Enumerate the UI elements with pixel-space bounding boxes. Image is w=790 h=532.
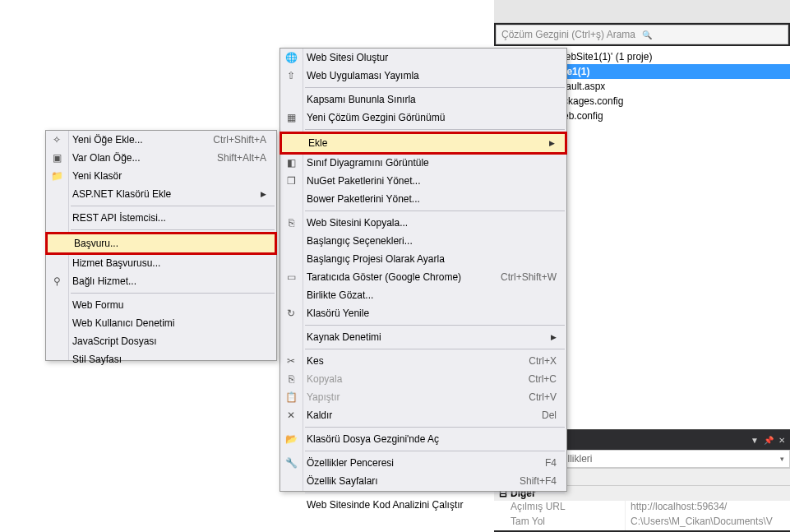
menu-item[interactable]: 🔧Özellikler PenceresiF4: [280, 454, 566, 472]
menu-item[interactable]: Başvuru...: [45, 232, 277, 255]
menu-item[interactable]: Web Kullanıcı Denetimi: [46, 314, 276, 332]
menu-separator: [71, 229, 275, 230]
wrench-icon: 🔧: [284, 456, 298, 470]
menu-item[interactable]: ⇧Web Uygulaması Yayımla: [280, 67, 566, 85]
blank-icon: [284, 498, 298, 511]
menu-separator: [305, 325, 565, 326]
refresh-icon: ↻: [284, 307, 298, 320]
menu-item-label: Kaldır: [307, 409, 522, 421]
menu-item-label: Kaynak Denetimi: [307, 331, 541, 343]
menu-item-shortcut: Shift+F4: [520, 475, 557, 487]
blank-icon: [50, 257, 63, 270]
menu-item[interactable]: Başlangıç Seçenekleri...: [280, 232, 566, 250]
blank-icon: [284, 331, 298, 344]
menu-item[interactable]: REST API İstemcisi...: [46, 209, 276, 227]
menu-separator: [305, 129, 565, 130]
new-item-icon: ✧: [50, 133, 63, 146]
menu-item-label: REST API İstemcisi...: [72, 212, 266, 224]
menu-item-label: Yeni Klasör: [72, 170, 266, 182]
solution-toolbar[interactable]: [494, 0, 790, 23]
menu-item[interactable]: JavaScript Dosyası: [46, 332, 276, 350]
search-icon[interactable]: [642, 29, 783, 40]
menu-item[interactable]: Ekle▶: [280, 132, 567, 155]
cut-icon: ✂: [284, 354, 298, 368]
menu-item[interactable]: Özellik SayfalarıShift+F4: [280, 472, 566, 490]
menu-item-label: Kopyala: [307, 373, 509, 385]
menu-item[interactable]: ▦Yeni Çözüm Gezgini Görünümü: [280, 109, 566, 127]
menu-item-shortcut: Ctrl+Shift+A: [213, 134, 266, 146]
menu-item-label: Web Sitesi Oluştur: [307, 52, 557, 63]
menu-separator: [305, 349, 565, 349]
menu-item[interactable]: Web Formu: [46, 296, 276, 314]
menu-item[interactable]: Birlikte Gözat...: [280, 286, 566, 304]
menu-item[interactable]: Kapsamı Bununla Sınırla: [280, 90, 566, 109]
menu-item-label: Kapsamı Bununla Sınırla: [307, 94, 557, 105]
menu-item[interactable]: ↻Klasörü Yenile: [280, 304, 566, 322]
close-icon[interactable]: ✕: [778, 436, 785, 445]
menu-separator: [305, 87, 565, 88]
menu-item-label: Yeni Öğe Ekle...: [72, 134, 193, 146]
menu-separator: [305, 451, 565, 451]
chevron-down-icon[interactable]: ▼: [751, 436, 759, 445]
menu-item[interactable]: ✂KesCtrl+X: [280, 352, 566, 370]
menu-item[interactable]: ▭Taratıcıda Göster (Google Chrome)Ctrl+S…: [280, 268, 566, 286]
menu-item-shortcut: Ctrl+Shift+W: [501, 271, 557, 283]
menu-item[interactable]: Başlangıç Projesi Olarak Ayarla: [280, 250, 566, 268]
paste-icon: 📋: [284, 391, 298, 404]
menu-item[interactable]: ✕KaldırDel: [280, 406, 566, 424]
nuget-icon: ❒: [284, 174, 298, 187]
publish-icon: ⇧: [284, 69, 298, 82]
blank-icon: [284, 252, 298, 266]
property-row[interactable]: Tam Yol C:\Users\M_Cikan\Documents\V: [494, 516, 790, 530]
menu-item: 📋YapıştırCtrl+V: [280, 388, 566, 406]
blank-icon: [284, 289, 298, 302]
pin-icon[interactable]: 📌: [764, 436, 774, 445]
submenu-arrow-icon: ▶: [551, 333, 557, 341]
menu-item-label: Klasörü Yenile: [307, 308, 557, 319]
menu-item[interactable]: ▣Var Olan Öğe...Shift+Alt+A: [46, 149, 276, 167]
menu-item[interactable]: ◧Sınıf Diyagramını Görüntüle: [280, 154, 566, 172]
menu-item[interactable]: Web Sitesinde Kod Analizini Çalıştır: [280, 496, 566, 514]
menu-item-shortcut: Ctrl+C: [529, 373, 557, 385]
menu-item[interactable]: 📁Yeni Klasör: [46, 167, 276, 185]
menu-item[interactable]: 🌐Web Sitesi Oluştur: [280, 49, 566, 67]
menu-item-label: Stil Sayfası: [72, 354, 266, 365]
menu-item[interactable]: Kaynak Denetimi▶: [280, 328, 566, 346]
menu-item-label: Başlangıç Seçenekleri...: [307, 235, 557, 247]
project-context-menu[interactable]: 🌐Web Sitesi Oluştur⇧Web Uygulaması Yayım…: [280, 48, 567, 492]
menu-item-label: Web Sitesinde Kod Analizini Çalıştır: [307, 499, 557, 511]
menu-item[interactable]: ⚲Bağlı Hizmet...: [46, 272, 276, 290]
menu-item-label: Web Sitesini Kopyala...: [307, 217, 557, 229]
menu-item[interactable]: ❒NuGet Paketlerini Yönet...: [280, 172, 566, 190]
menu-item[interactable]: Bower Paketlerini Yönet...: [280, 190, 566, 208]
menu-item-shortcut: Del: [542, 409, 557, 421]
menu-item[interactable]: 📂Klasörü Dosya Gezgini'nde Aç: [280, 430, 566, 448]
menu-item-shortcut: Ctrl+V: [529, 391, 557, 403]
menu-item-label: Yapıştır: [307, 391, 509, 403]
blank-icon: [50, 298, 63, 312]
menu-item[interactable]: ⎘Web Sitesini Kopyala...: [280, 214, 566, 232]
menu-item[interactable]: ASP.NET Klasörü Ekle▶: [46, 185, 276, 203]
menu-item-label: Web Uygulaması Yayımla: [307, 70, 557, 81]
menu-item-label: Ekle: [308, 137, 539, 149]
menu-item-label: Var Olan Öğe...: [72, 152, 197, 164]
menu-item-shortcut: F4: [545, 457, 557, 469]
menu-item-label: Web Formu: [72, 299, 266, 311]
blank-icon: [284, 234, 298, 247]
menu-item-label: Hizmet Başvurusu...: [72, 257, 266, 269]
solution-search-box[interactable]: Çözüm Gezgini (Ctrl+ş) Arama: [496, 25, 788, 44]
menu-item[interactable]: ✧Yeni Öğe Ekle...Ctrl+Shift+A: [46, 131, 276, 149]
blank-icon: [50, 353, 63, 366]
menu-item-label: Başvuru...: [74, 238, 265, 249]
menu-item[interactable]: Hizmet Başvurusu...: [46, 254, 276, 272]
add-submenu[interactable]: ✧Yeni Öğe Ekle...Ctrl+Shift+A▣Var Olan Ö…: [45, 130, 277, 361]
blank-icon: [50, 187, 63, 201]
menu-item-label: Bağlı Hizmet...: [72, 275, 266, 287]
menu-item-label: Birlikte Gözat...: [307, 289, 557, 301]
menu-item-label: NuGet Paketlerini Yönet...: [307, 175, 557, 187]
menu-item-label: Özellik Sayfaları: [307, 475, 500, 487]
menu-item-shortcut: Ctrl+X: [529, 355, 557, 367]
copy-icon: ⎘: [284, 372, 298, 386]
connected-service-icon: ⚲: [50, 275, 63, 288]
menu-item[interactable]: Stil Sayfası: [46, 350, 276, 368]
